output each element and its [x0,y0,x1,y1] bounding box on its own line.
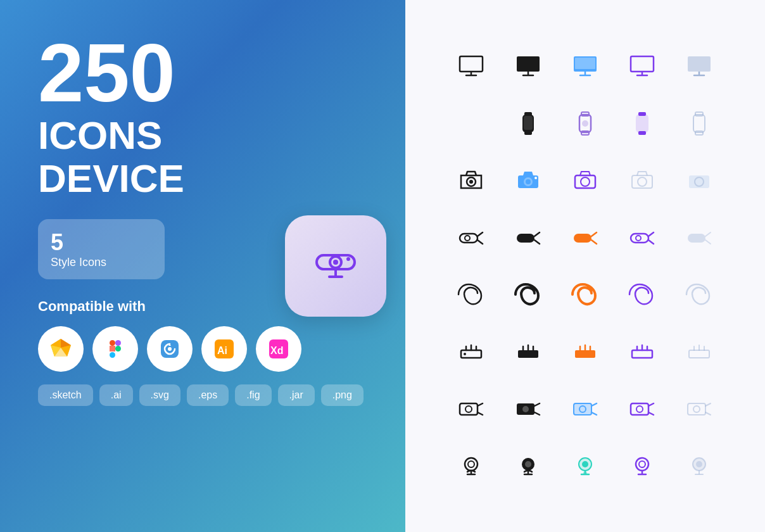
camera-blue [503,155,553,206]
featured-icon-bubble [285,215,386,317]
format-svg: .svg [139,384,180,406]
svg-point-88 [696,461,702,467]
svg-point-58 [636,236,641,241]
camera-outline [446,155,496,206]
projector-outline [446,383,496,434]
svg-rect-56 [574,234,591,243]
style-badge: 5 Style Icons [38,219,165,279]
svg-point-80 [525,461,531,467]
file-formats-row: .sketch .ai .svg .eps .fig .jar .png [38,384,367,406]
svg-point-84 [636,458,648,471]
svg-point-67 [465,406,472,412]
svg-rect-29 [524,131,532,135]
svg-rect-66 [460,403,477,415]
svg-rect-38 [693,115,705,132]
projector-blue [560,383,610,434]
paperclip-solid [503,269,553,320]
svg-point-45 [526,179,531,184]
monitor-muted [674,41,724,92]
svg-rect-28 [524,112,532,116]
svg-point-76 [693,406,700,412]
svg-point-12 [168,347,172,351]
sec-cam-solid [503,212,553,263]
monitor-solid [503,41,553,92]
watch-empty [446,98,496,149]
svg-point-77 [465,458,477,471]
svg-rect-55 [517,234,534,243]
svg-rect-22 [517,56,540,72]
svg-rect-64 [632,350,652,358]
sketch-icon [38,326,84,372]
svg-point-34 [582,120,588,127]
app-icons-row: Ai Xd [38,326,367,372]
svg-point-42 [469,180,473,184]
left-panel: 250 ICONSDEVICE 5 Style Icons Compatible… [0,0,405,532]
format-eps: .eps [187,384,229,406]
svg-rect-53 [460,234,477,243]
camera-muted [617,155,667,206]
paperclip-outline [446,269,496,320]
svg-point-74 [636,406,643,412]
webcam-teal [560,440,610,491]
svg-rect-26 [688,56,711,72]
svg-point-78 [468,461,474,467]
projector-purple [617,383,667,434]
watch-purple-outline [560,98,610,149]
webcam-purple [617,440,667,491]
webcam-muted [674,440,724,491]
svg-text:Ai: Ai [217,345,227,356]
svg-rect-59 [688,234,705,243]
router-muted [674,326,724,377]
svg-rect-35 [636,115,648,132]
svg-rect-75 [688,403,705,415]
krakenio-icon [147,326,193,372]
svg-rect-25 [631,56,654,72]
svg-point-19 [333,260,338,265]
svg-point-20 [346,257,350,261]
webcam-solid [503,440,553,491]
xd-icon: Xd [256,326,301,372]
camera-light [674,155,724,206]
svg-rect-57 [631,234,648,243]
paperclip-orange [560,269,610,320]
svg-point-61 [464,353,466,355]
sec-cam-purple [617,212,667,263]
svg-rect-7 [110,346,115,352]
svg-rect-36 [638,112,646,116]
router-outline [446,326,496,377]
camera-purple-outline [560,155,610,206]
svg-point-69 [522,406,529,412]
monitor-outline [446,41,496,92]
svg-rect-6 [110,340,115,346]
router-solid [503,326,553,377]
sec-cam-orange [560,212,610,263]
svg-rect-30 [524,116,533,130]
svg-point-83 [582,461,588,467]
svg-rect-70 [574,403,591,415]
svg-rect-63 [575,350,595,358]
format-ai: .ai [99,384,133,406]
projector-muted [674,383,724,434]
monitor-blue [560,41,610,92]
svg-rect-37 [638,131,646,135]
illustrator-icon: Ai [201,326,247,372]
watch-solid [503,98,553,149]
svg-point-54 [465,236,470,241]
svg-rect-73 [631,403,648,415]
svg-point-46 [534,177,537,179]
svg-rect-8 [110,352,115,358]
svg-point-10 [115,346,121,352]
format-jar: .jar [278,384,315,406]
monitor-purple [617,41,667,92]
svg-rect-62 [518,350,538,358]
format-sketch: .sketch [38,384,93,406]
svg-point-85 [639,461,645,467]
router-orange [560,326,610,377]
big-number: 250 [38,32,367,114]
svg-text:Xd: Xd [270,345,283,356]
sec-cam-muted [674,212,724,263]
icons-device-text: ICONSDEVICE [38,114,367,200]
format-fig: .fig [235,384,271,406]
style-label: Style Icons [51,256,152,269]
webcam-outline [446,440,496,491]
